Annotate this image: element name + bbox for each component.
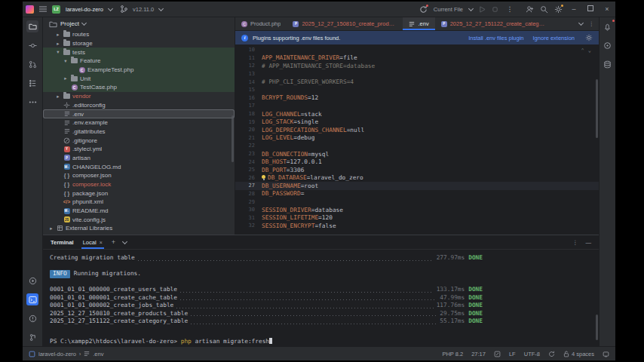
code-line[interactable]: 14# PHP_CLI_SERVER_WORKERS=4 (235, 78, 599, 86)
tree-item-styleci[interactable]: Y.styleci.yml (43, 145, 235, 154)
sync-icon[interactable] (548, 351, 555, 357)
code-line[interactable]: 17 (235, 102, 599, 110)
code-with-me-icon[interactable] (526, 5, 534, 14)
code-line[interactable]: 28DB_PASSWORD= (235, 190, 599, 198)
tree-item-vite-config[interactable]: JSvite.config.js (43, 215, 235, 224)
tree-item-phpunit[interactable]: </>phpunit.xml (43, 198, 235, 207)
terminal-scrollbar[interactable] (596, 314, 598, 340)
tree-item-vendor[interactable]: ▸vendor (43, 92, 235, 101)
code-line[interactable]: 29 (235, 198, 599, 206)
maximize-button[interactable] (585, 5, 596, 13)
more-tool-windows-icon[interactable] (26, 96, 38, 108)
ai-assistant-icon[interactable] (602, 39, 614, 51)
banner-settings-icon[interactable] (585, 34, 593, 41)
code-line[interactable]: 30SESSION_DRIVER=database (235, 206, 599, 214)
code-line[interactable]: 10 (235, 46, 599, 54)
tree-item-composer-json[interactable]: { }composer.json (43, 171, 235, 180)
hide-terminal-icon[interactable]: — (586, 239, 592, 246)
tree-item-gitattributes[interactable]: .gitattributes (43, 127, 235, 137)
project-name-widget[interactable]: laravel-do-zero (66, 6, 103, 13)
database-tool-icon[interactable] (602, 58, 614, 70)
code-line[interactable]: 12# APP_MAINTENANCE_STORE=database (235, 62, 599, 70)
notifications-bell-icon[interactable] (602, 20, 614, 32)
tree-scrollbar[interactable] (232, 115, 234, 162)
debug-icon[interactable] (492, 6, 498, 13)
project-tool-icon[interactable] (26, 20, 38, 32)
run-configuration-select[interactable]: Current File (434, 6, 463, 13)
settings-gear-icon[interactable] (554, 5, 563, 14)
tab-list-chevron-icon[interactable] (578, 20, 583, 26)
code-line[interactable]: 31SESSION_LIFETIME=120 (235, 213, 599, 222)
terminal-tool-icon[interactable] (26, 293, 38, 305)
main-menu-icon[interactable] (39, 6, 47, 12)
tree-item-feature[interactable]: ▾Feature (43, 57, 235, 66)
encoding-widget[interactable]: UTF-8 (524, 351, 540, 357)
code-line[interactable]: 23DB_CONNECTION=mysql (235, 150, 599, 158)
git-branch-widget[interactable]: v12.11.0 (133, 6, 154, 13)
commit-tool-icon[interactable] (26, 39, 38, 51)
tree-item-env-selected[interactable]: .env (43, 109, 235, 118)
editor-scrollbar[interactable] (596, 79, 598, 138)
code-line[interactable]: 16BCRYPT_ROUNDS=12 (235, 94, 599, 103)
tab-create-category-migration[interactable]: P 2025_12_27_151122_create_category_tabl… (435, 17, 551, 30)
session-dropdown-icon[interactable] (122, 238, 127, 244)
breadcrumb-file[interactable]: .env (93, 351, 103, 357)
version-control-tool-icon[interactable] (26, 331, 38, 343)
run-icon[interactable] (479, 6, 486, 13)
run-tool-icon[interactable] (26, 275, 38, 287)
editor-code-area[interactable]: 10 11APP_MAINTENANCE_DRIVER=file 12# APP… (235, 44, 599, 235)
terminal-title[interactable]: Terminal (51, 239, 74, 246)
tree-item-package-json[interactable]: { }package.json (43, 189, 235, 198)
terminal-session-tab[interactable]: Local × (81, 235, 104, 249)
tree-item-external-libraries[interactable]: ▸ External Libraries (43, 224, 235, 233)
code-line[interactable]: 26DB_DATABASE=laravel_do_zero (235, 174, 599, 183)
tab-create-products-migration[interactable]: P 2025_12_27_150810_create_products_tabl… (287, 17, 403, 30)
terminal-prompt[interactable]: PS C:\xampp2\htdocs\laravel-do-zero> php… (50, 338, 599, 346)
install-plugin-link[interactable]: Install .env files plugin (468, 35, 523, 41)
ignore-extension-link[interactable]: Ignore extension (533, 35, 575, 41)
tree-item-changelog[interactable]: M↓CHANGELOG.md (43, 162, 235, 171)
edit-icon[interactable] (494, 351, 501, 357)
code-line[interactable]: 13 (235, 70, 599, 78)
tab-options-icon[interactable]: ⋮ (589, 20, 595, 27)
tree-item-composer-lock[interactable]: { }composer.lock (43, 180, 235, 189)
code-line[interactable]: 11APP_MAINTENANCE_DRIVER=file (235, 54, 599, 63)
new-session-icon[interactable]: + (112, 238, 115, 246)
close-button[interactable]: × (602, 5, 612, 13)
tree-item-unit[interactable]: ▸Unit (43, 74, 235, 83)
tree-item-routes[interactable]: ▸routes (43, 30, 235, 39)
tree-item-gitignore[interactable]: .gitignore (43, 136, 235, 145)
code-line[interactable]: 21LOG_LEVEL=debug (235, 134, 599, 143)
code-line[interactable]: 32SESSION_ENCRYPT=false (235, 222, 599, 230)
code-line[interactable]: 20LOG_DEPRECATIONS_CHANNEL=null (235, 126, 599, 134)
project-tool-header[interactable]: Project (43, 17, 235, 30)
line-ending-widget[interactable]: LF (509, 351, 516, 357)
tab-product-php[interactable]: C Product.php (235, 17, 287, 30)
tree-item-tests[interactable]: ▾tests (43, 48, 235, 57)
breadcrumb-project[interactable]: laravel-do-zero (38, 351, 76, 357)
code-line-current[interactable]: 27DB_USERNAME=root (235, 182, 599, 190)
code-line[interactable]: 19LOG_STACK=single (235, 118, 599, 126)
terminal-options-icon[interactable]: ⋮ (572, 239, 578, 246)
code-line[interactable]: 18LOG_CHANNEL=stack (235, 110, 599, 118)
problems-tool-icon[interactable] (26, 312, 38, 324)
intention-bulb-icon[interactable] (261, 175, 266, 180)
tree-item-artisan[interactable]: Partisan (43, 154, 235, 163)
php-interpreter-widget[interactable]: PHP 8.2 (442, 351, 463, 357)
indent-widget[interactable]: 4 spaces (563, 351, 594, 357)
tree-item-readme[interactable]: M↓README.md (43, 207, 235, 216)
code-line[interactable]: 25DB_PORT=3306 (235, 166, 599, 174)
tree-item-env-example[interactable]: .env.example (43, 118, 235, 127)
tab-env[interactable]: .env (403, 17, 434, 30)
tree-item-storage[interactable]: ▸storage (43, 39, 235, 48)
code-line[interactable]: 22 (235, 142, 599, 150)
caret-position-widget[interactable]: 27:17 (471, 351, 486, 357)
structure-tool-icon[interactable] (26, 77, 38, 89)
tree-item-editorconfig[interactable]: .editorconfig (43, 101, 235, 110)
tree-item-exampletest[interactable]: CExampleTest.php (43, 66, 235, 75)
update-available-icon[interactable] (419, 5, 428, 14)
screen-reader-icon[interactable] (603, 351, 609, 357)
search-icon[interactable] (540, 5, 548, 14)
minimize-button[interactable]: – (569, 5, 579, 13)
tree-item-testcase[interactable]: CTestCase.php (43, 83, 235, 92)
